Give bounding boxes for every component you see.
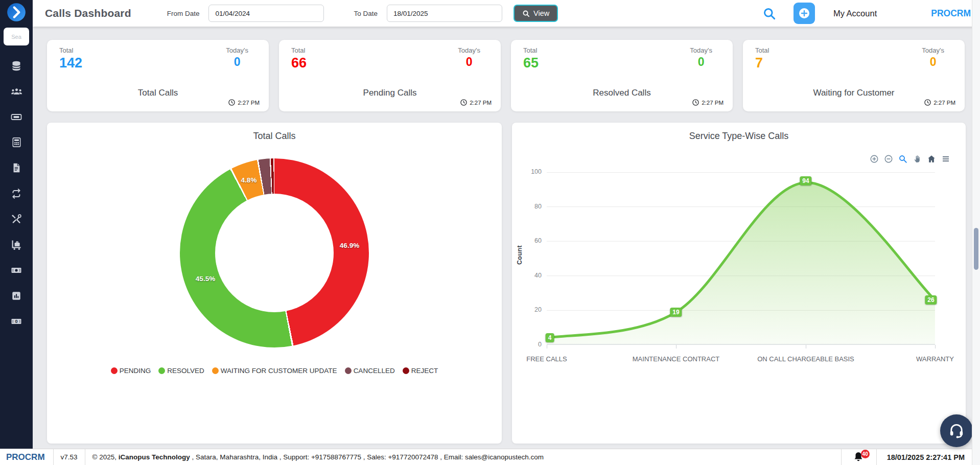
scrollbar-thumb[interactable]	[974, 228, 978, 270]
todays-block: Today's 0	[922, 46, 944, 69]
svg-text:0: 0	[15, 319, 17, 324]
x-label-maintenance: MAINTENANCE CONTRACT	[633, 355, 719, 363]
card-time-text: 2:27 PM	[702, 100, 724, 106]
x-label-warranty: WARRANTY	[916, 355, 954, 363]
view-button[interactable]: View	[514, 5, 558, 22]
total-label: Total	[59, 46, 73, 54]
todays-label: Today's	[458, 46, 480, 54]
card-title: Waiting for Customer	[743, 88, 965, 98]
x-label-on-call: ON CALL CHARGEABLE BASIS	[757, 355, 854, 363]
banknote-zero-icon[interactable]: 0	[11, 315, 22, 327]
line-chart-title: Service Type-Wise Calls	[512, 131, 966, 142]
todays-value: 0	[690, 55, 712, 69]
vertical-scrollbar[interactable]	[972, 0, 980, 465]
y-axis-title: Count	[516, 245, 523, 265]
legend-dot	[212, 367, 219, 374]
legend-item-pending[interactable]: PENDING	[111, 367, 151, 375]
company-name: iCanopus Technology	[119, 453, 190, 461]
donut-chart-title: Total Calls	[47, 131, 502, 142]
banknote-icon[interactable]	[11, 264, 22, 276]
my-account-link[interactable]: My Account	[833, 9, 877, 18]
todays-block: Today's 0	[458, 46, 480, 69]
y-tick-20: 20	[524, 306, 542, 313]
selection-zoom-icon[interactable]	[898, 154, 907, 164]
legend-label: CANCELLED	[354, 367, 395, 375]
sidebar-search-input[interactable]	[4, 28, 29, 45]
support-chat-button[interactable]	[940, 414, 973, 447]
clock-icon	[460, 99, 467, 106]
trolley-icon[interactable]	[11, 239, 22, 250]
from-date-input[interactable]	[208, 5, 324, 22]
legend-dot	[403, 367, 409, 374]
zoom-in-icon[interactable]	[870, 154, 879, 164]
waiting-percent-label: 4.8%	[241, 176, 257, 184]
legend-item-reject[interactable]: REJECT	[403, 367, 438, 375]
header-right-cluster: My Account PROCRM	[762, 3, 971, 24]
copyright-prefix: © 2025,	[92, 453, 119, 461]
footer-datetime: 18/01/2025 2:27:41 PM	[877, 453, 980, 461]
page-title: Calls Dashboard	[45, 7, 131, 19]
x-tick	[547, 345, 547, 348]
menu-icon[interactable]	[941, 154, 950, 164]
y-tick-100: 100	[524, 168, 542, 175]
card-title: Total Calls	[47, 88, 269, 98]
clock-icon	[228, 99, 235, 106]
total-value: 65	[523, 55, 539, 71]
y-tick-0: 0	[524, 341, 542, 348]
notification-count-badge: 40	[861, 450, 870, 458]
legend-label: REJECT	[411, 367, 438, 375]
area-line-plot[interactable]	[547, 172, 935, 345]
users-icon[interactable]	[11, 85, 22, 97]
donut-hole	[215, 194, 334, 312]
clock-icon	[692, 99, 699, 106]
legend-item-waiting[interactable]: WAITING FOR CUSTOMER UPDATE	[212, 367, 337, 375]
waiting-customer-card: Total 7 Today's 0 Waiting for Customer 2…	[743, 40, 965, 111]
repeat-icon[interactable]	[11, 188, 22, 199]
todays-label: Today's	[226, 46, 248, 54]
x-tick	[676, 345, 676, 348]
copyright-suffix: , Satara, Maharashtra, India , Support: …	[190, 453, 544, 461]
x-tick	[935, 345, 936, 348]
card-timestamp: 2:27 PM	[924, 99, 955, 106]
calls-dashboard-app: 0 Calls Dashboard From Date To Date View…	[0, 0, 980, 465]
from-date-label: From Date	[167, 10, 200, 17]
database-icon[interactable]	[11, 60, 22, 72]
pan-icon[interactable]	[913, 154, 922, 164]
todays-block: Today's 0	[690, 46, 712, 69]
total-value: 142	[59, 55, 82, 71]
to-date-input[interactable]	[387, 5, 502, 22]
footer-brand: PROCRM	[0, 452, 53, 462]
view-search-icon	[522, 10, 530, 17]
document-icon[interactable]	[11, 162, 22, 174]
legend-dot	[345, 367, 352, 374]
y-tick-40: 40	[524, 272, 542, 279]
todays-label: Today's	[690, 46, 712, 54]
ticket-icon[interactable]	[11, 111, 22, 123]
tools-icon[interactable]	[11, 213, 22, 225]
notifications-bell-icon[interactable]: 40	[842, 450, 876, 465]
clock-icon	[924, 99, 931, 106]
sidebar-menu: 0	[11, 60, 22, 327]
search-icon[interactable]	[762, 7, 776, 20]
card-timestamp: 2:27 PM	[460, 99, 492, 106]
card-time-text: 2:27 PM	[470, 100, 492, 106]
data-label-warranty: 26	[925, 295, 937, 305]
pending-calls-card: Total 66 Today's 0 Pending Calls 2:27 PM	[279, 40, 501, 111]
add-button[interactable]	[794, 3, 815, 24]
legend-label: WAITING FOR CUSTOMER UPDATE	[221, 367, 337, 375]
total-value: 7	[755, 55, 763, 71]
card-title: Pending Calls	[279, 88, 501, 98]
total-calls-donut-chart[interactable]: 46.9% 45.5% 4.8%	[180, 158, 369, 347]
legend-dot	[158, 367, 165, 374]
legend-item-cancelled[interactable]: CANCELLED	[345, 367, 395, 375]
legend-item-resolved[interactable]: RESOLVED	[158, 367, 204, 375]
data-label-free-calls: 4	[546, 333, 554, 342]
home-icon[interactable]	[927, 154, 936, 164]
resolved-percent-label: 45.5%	[196, 275, 215, 283]
zoom-out-icon[interactable]	[884, 154, 893, 164]
total-value: 66	[291, 55, 307, 71]
app-logo-icon[interactable]	[5, 1, 28, 24]
calculator-icon[interactable]	[11, 136, 22, 148]
bar-chart-icon[interactable]	[11, 290, 22, 301]
card-timestamp: 2:27 PM	[228, 99, 260, 106]
